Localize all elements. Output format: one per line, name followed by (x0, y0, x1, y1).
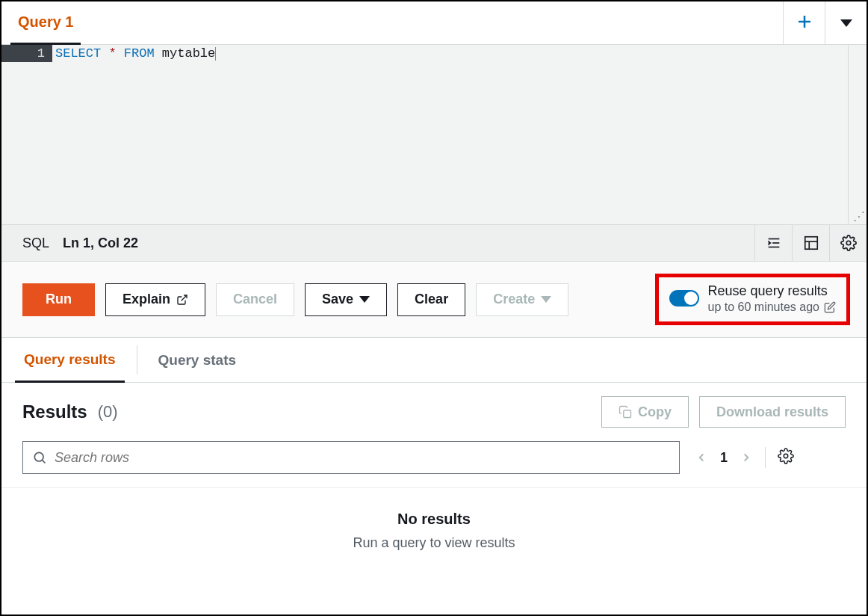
cancel-button[interactable]: Cancel (216, 283, 294, 316)
create-button[interactable]: Create (476, 283, 568, 316)
sql-keyword: SELECT (55, 46, 101, 61)
tab-query-stats[interactable]: Query stats (149, 338, 246, 382)
explain-button[interactable]: Explain (105, 283, 205, 316)
edit-icon[interactable] (824, 301, 836, 313)
tab-label: Query stats (158, 352, 237, 369)
svg-rect-5 (805, 237, 817, 250)
results-header: Results (0) Copy Download results (1, 383, 867, 435)
editor-code[interactable]: SELECT * FROM mytable (52, 45, 849, 224)
format-button[interactable] (754, 224, 792, 262)
editor-status-bar: SQL Ln 1, Col 22 (1, 224, 867, 262)
clear-label: Clear (415, 292, 448, 307)
svg-line-9 (182, 295, 187, 301)
page-number: 1 (720, 450, 728, 466)
external-link-icon (176, 294, 188, 306)
tab-label: Query 1 (18, 13, 73, 31)
download-label: Download results (716, 404, 828, 420)
results-title: Results (22, 401, 87, 422)
query-tab-bar: Query 1 (1, 1, 867, 45)
empty-title: No results (1, 511, 867, 528)
reuse-label: Reuse query results (708, 282, 836, 301)
create-label: Create (493, 292, 535, 307)
new-tab-button[interactable] (783, 1, 825, 44)
pagination: 1 (695, 447, 794, 468)
caret-down-icon (840, 19, 852, 27)
tab-label: Query results (24, 351, 116, 368)
tab-query-1[interactable]: Query 1 (10, 1, 81, 45)
save-button[interactable]: Save (305, 283, 387, 316)
save-label: Save (322, 292, 353, 307)
divider (765, 447, 766, 468)
resize-handle[interactable]: ⋰ (853, 211, 865, 223)
sql-identifier: mytable (162, 46, 215, 61)
results-settings-button[interactable] (778, 448, 794, 467)
caret-down-icon (541, 296, 551, 303)
layout-button[interactable] (792, 224, 829, 262)
run-label: Run (46, 292, 72, 307)
search-rows-box[interactable] (22, 441, 680, 474)
editor-language: SQL (22, 235, 49, 251)
format-icon (766, 235, 782, 251)
sql-keyword: FROM (124, 46, 155, 61)
results-toolbar: 1 (1, 435, 867, 488)
copy-button[interactable]: Copy (601, 396, 689, 428)
sql-operator: * (108, 46, 116, 61)
svg-point-11 (34, 453, 43, 462)
svg-point-8 (846, 241, 851, 245)
chevron-left-icon[interactable] (695, 451, 708, 464)
chevron-right-icon[interactable] (740, 451, 753, 464)
gear-icon (840, 235, 857, 251)
svg-rect-10 (624, 410, 631, 418)
reuse-toggle[interactable] (669, 290, 699, 307)
results-empty-state: No results Run a query to view results (1, 488, 867, 581)
editor-gutter: 1 (1, 45, 52, 224)
editor-settings-button[interactable] (829, 224, 867, 262)
svg-line-12 (43, 461, 46, 463)
search-input[interactable] (55, 450, 670, 466)
caret-down-icon (359, 296, 370, 303)
copy-label: Copy (638, 404, 672, 420)
sql-editor[interactable]: 1 SELECT * FROM mytable ⋰ (1, 45, 867, 224)
svg-point-13 (784, 454, 788, 458)
plus-icon (796, 13, 813, 34)
line-number: 1 (1, 45, 52, 62)
divider (137, 345, 137, 375)
search-icon (32, 450, 47, 465)
download-results-button[interactable]: Download results (699, 396, 846, 428)
clear-button[interactable]: Clear (397, 283, 465, 316)
layout-icon (803, 235, 819, 251)
results-count: (0) (98, 402, 118, 422)
gear-icon (778, 448, 794, 464)
reuse-sublabel: up to 60 minutes ago (708, 301, 836, 314)
cancel-label: Cancel (233, 292, 277, 307)
action-bar: Run Explain Cancel Save Clear Create Reu… (1, 262, 867, 338)
empty-subtitle: Run a query to view results (1, 535, 867, 551)
results-tab-bar: Query results Query stats (1, 338, 867, 383)
copy-icon (619, 405, 632, 419)
run-button[interactable]: Run (22, 283, 95, 316)
reuse-results-panel: Reuse query results up to 60 minutes ago (655, 274, 850, 325)
tab-query-results[interactable]: Query results (15, 338, 125, 383)
cursor-position: Ln 1, Col 22 (63, 235, 138, 251)
tab-menu-button[interactable] (825, 1, 867, 44)
reuse-sub-text: up to 60 minutes ago (708, 301, 819, 314)
explain-label: Explain (123, 292, 170, 307)
